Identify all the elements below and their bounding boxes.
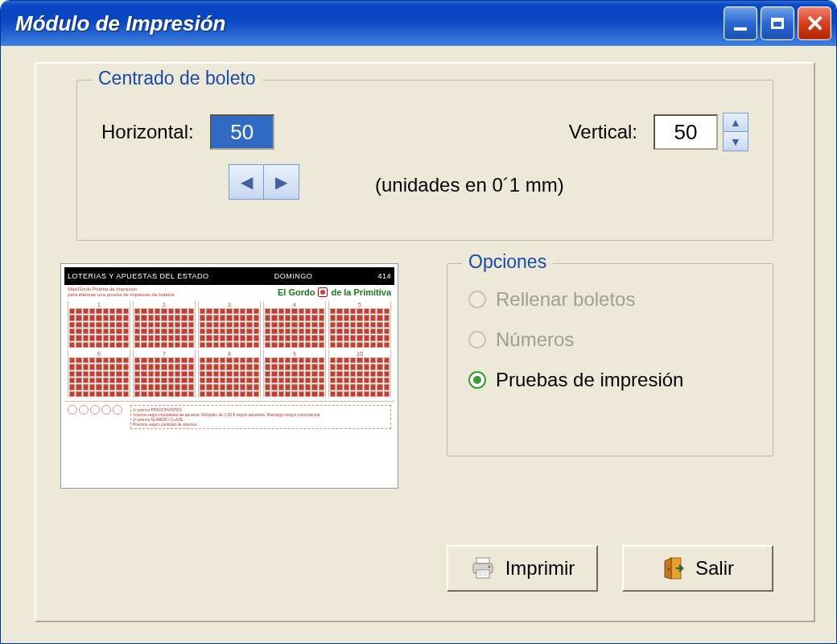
ticket-grid: 12345678910: [64, 301, 394, 398]
horizontal-right-button[interactable]: ▶: [264, 164, 299, 200]
ticket-header-mid: DOMINGO: [274, 272, 313, 280]
svg-point-8: [668, 568, 670, 570]
print-button[interactable]: Imprimir: [447, 545, 598, 592]
close-button[interactable]: ✕: [798, 6, 831, 40]
exit-icon: [662, 556, 686, 580]
horizontal-input[interactable]: 50: [210, 114, 274, 150]
chevron-left-icon: ◀: [241, 172, 253, 192]
radio-icon: [468, 291, 486, 308]
ticket-centering-legend: Centrado de boleto: [92, 68, 262, 89]
ticket-header-left: LOTERIAS Y APUESTAS DEL ESTADO: [68, 272, 209, 280]
maximize-icon: [771, 18, 784, 29]
options-legend: Opciones: [462, 251, 553, 273]
maximize-button[interactable]: [761, 6, 794, 40]
ticket-centering-group: Centrado de boleto Horizontal: 50 Vertic…: [76, 80, 773, 241]
inner-panel: Centrado de boleto Horizontal: 50 Vertic…: [35, 62, 815, 622]
radio-icon: [468, 371, 486, 389]
minimize-button[interactable]: [724, 6, 757, 40]
ticket-preview: LOTERIAS Y APUESTAS DEL ESTADO DOMINGO 4…: [60, 263, 398, 489]
vertical-up-button[interactable]: ▲: [723, 113, 748, 132]
option-label: Números: [496, 328, 574, 351]
svg-rect-0: [476, 558, 489, 564]
printer-icon: [470, 557, 496, 580]
chevron-right-icon: ▶: [275, 172, 287, 192]
option-radio-1: Números: [468, 328, 765, 351]
option-label: Pruebas de impresión: [496, 369, 683, 391]
close-icon: ✕: [806, 10, 824, 37]
option-radio-2[interactable]: Pruebas de impresión: [468, 369, 765, 391]
options-group: Opciones Rellenar boletosNúmerosPruebas …: [447, 263, 773, 456]
ticket-subheader: MaxiGordo Prueba de Impresión para efect…: [64, 285, 394, 301]
horizontal-left-button[interactable]: ◀: [229, 164, 264, 200]
print-button-label: Imprimir: [505, 557, 575, 580]
svg-point-3: [488, 566, 490, 568]
button-row: Imprimir Salir: [447, 545, 773, 592]
exit-button-label: Salir: [695, 557, 734, 580]
ticket-brand: El Gordo de la Primitiva: [278, 287, 391, 297]
vertical-spinner: ▲ ▼: [723, 113, 748, 151]
option-label: Rellenar boletos: [496, 288, 635, 311]
vertical-label: Vertical:: [569, 121, 637, 143]
chevron-up-icon: ▲: [730, 116, 741, 129]
vertical-down-button[interactable]: ▼: [723, 132, 748, 151]
ticket-tagline2: para efectuar una prueba de impresión de…: [68, 292, 175, 298]
option-radio-0: Rellenar boletos: [468, 288, 765, 311]
ticket-footer: 1º premio PRINCIPIANTES Importe según mo…: [64, 401, 394, 432]
units-label: (unidades en 0´1 mm): [375, 174, 564, 196]
horizontal-spinner: ◀ ▶: [229, 164, 299, 200]
minimize-icon: [734, 27, 747, 31]
vertical-input[interactable]: 50: [654, 114, 718, 150]
horizontal-label: Horizontal:: [101, 121, 194, 143]
exit-button[interactable]: Salir: [622, 545, 773, 592]
ticket-header-right: 414: [377, 272, 391, 280]
gordo-logo-icon: [318, 287, 328, 297]
print-module-window: Módulo de Impresión ✕ Centrado de boleto…: [0, 0, 837, 644]
ticket-tagline1: MaxiGordo Prueba de Impresión: [68, 287, 175, 292]
radio-icon: [468, 331, 486, 349]
window-title: Módulo de Impresión: [15, 11, 720, 36]
client-area: Centrado de boleto Horizontal: 50 Vertic…: [6, 46, 831, 638]
svg-marker-7: [665, 558, 671, 579]
titlebar[interactable]: Módulo de Impresión ✕: [1, 1, 836, 46]
ticket-header: LOTERIAS Y APUESTAS DEL ESTADO DOMINGO 4…: [64, 267, 394, 285]
chevron-down-icon: ▼: [730, 135, 741, 148]
svg-rect-2: [476, 570, 489, 578]
options-radio-list: Rellenar boletosNúmerosPruebas de impres…: [468, 288, 765, 391]
